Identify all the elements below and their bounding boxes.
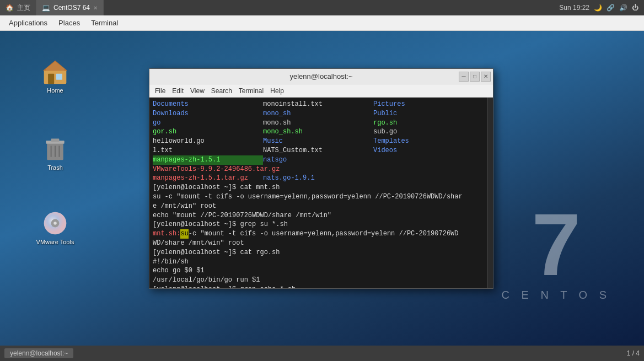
- desktop-icon-trash[interactable]: Trash: [33, 136, 77, 171]
- ls-col2-1: monoinstall.txt: [263, 100, 373, 109]
- trash-icon: [42, 136, 68, 162]
- desktop-icon-vmwaretools[interactable]: VMware Tools: [33, 210, 77, 245]
- cmd-line-1: [yelenn@localhost ~]$ cat mnt.sh: [153, 183, 484, 192]
- taskbar-terminal[interactable]: yelenn@localhost:~: [4, 348, 73, 358]
- clock: Sun 19:22: [559, 4, 589, 12]
- output-text-5: #!/bin/sh: [153, 257, 189, 267]
- centos-tab-close[interactable]: ✕: [93, 5, 98, 11]
- ls-col1-6: l.txt: [153, 146, 263, 155]
- menu-terminal[interactable]: Terminal: [235, 87, 267, 95]
- taskbar-pager: 1 / 4: [627, 349, 640, 357]
- centos-text: C E N T O S: [502, 289, 611, 301]
- grep-line-1: mnt.sh:su -c "mount -t cifs -o username=…: [153, 229, 484, 239]
- ls-col2-3: mono.sh: [263, 118, 373, 128]
- ls-col1-8: manpages-zh-1.5.1.tar.gz: [153, 174, 263, 183]
- ls-col3-2: Public: [373, 109, 461, 118]
- output-3: echo "mount //PC-20190726WDWD/share /mnt…: [153, 211, 484, 220]
- ls-col3-4: sub.go: [373, 127, 461, 137]
- ls-col3-7: VMwareTools-9.9.2-2496486.tar.gz: [153, 165, 280, 174]
- power-icon[interactable]: ⏻: [632, 4, 638, 12]
- terminal-window: yelenn@localhost:~ ─ □ ✕ File Edit View …: [149, 68, 493, 289]
- svg-rect-7: [51, 139, 60, 142]
- output-text-6: echo go $0 $1: [153, 266, 205, 276]
- ls-col2-8: nats.go-1.9.1: [263, 174, 373, 183]
- output-text-1: su -c "mount -t cifs -o username=yelenn,…: [153, 192, 463, 202]
- ls-col3-6: Videos: [373, 146, 461, 155]
- taskbar: yelenn@localhost:~ 1 / 4: [0, 346, 644, 361]
- ls-row-2: Downloads mono_sh Public: [153, 109, 484, 118]
- terminal-title: yelenn@localhost:~: [154, 72, 489, 80]
- ls-col2-7: natsgo: [263, 155, 373, 165]
- menu-search[interactable]: Search: [208, 87, 235, 95]
- cmd-text-3: [yelenn@localhost ~]$ cat rgo.sh: [153, 248, 280, 257]
- ls-col1-1: Documents: [153, 100, 263, 109]
- output-6: echo go $0 $1: [153, 266, 484, 276]
- ls-col1-7: manpages-zh-1.5.1: [153, 155, 263, 165]
- menu-help[interactable]: Help: [267, 87, 287, 95]
- ls-row-4: gor.sh mono_sh.sh sub.go: [153, 127, 484, 137]
- home-tab-icon: 🏠: [6, 4, 14, 12]
- output-5: #!/bin/sh: [153, 257, 484, 267]
- ls-col1-5: helloworld.go: [153, 137, 263, 146]
- ls-col2-5: Music: [263, 137, 373, 146]
- tab-home[interactable]: 🏠 主页: [0, 0, 36, 15]
- menu-applications[interactable]: Applications: [4, 18, 52, 28]
- output-text-3: echo "mount //PC-20190726WDWD/share /mnt…: [153, 211, 331, 220]
- terminal-body[interactable]: Documents monoinstall.txt Pictures Downl…: [149, 98, 487, 288]
- home-icon-label: Home: [47, 87, 63, 94]
- menu-edit[interactable]: Edit: [169, 87, 187, 95]
- menu-places[interactable]: Places: [54, 18, 84, 28]
- tab-centos[interactable]: 💻 CentOS7 64 ✕: [36, 0, 104, 15]
- terminal-content[interactable]: Documents monoinstall.txt Pictures Downl…: [149, 98, 493, 288]
- vmwaretools-icon-label: VMware Tools: [36, 239, 74, 245]
- cmd-text-4: [yelenn@localhost ~]$ grep echo *.sh: [153, 285, 296, 288]
- cmd-line-4: [yelenn@localhost ~]$ grep echo *.sh: [153, 285, 484, 288]
- ls-col3-1: Pictures: [373, 100, 461, 109]
- ls-row-7: manpages-zh-1.5.1 natsgo VMwareTools-9.9…: [153, 155, 484, 174]
- svg-rect-0: [44, 69, 67, 84]
- ls-col2-4: mono_sh.sh: [263, 127, 373, 137]
- maximize-button[interactable]: □: [470, 72, 480, 82]
- grep-rest-1: -c "mount -t cifs -o username=yelenn,pas…: [189, 229, 459, 239]
- minimize-button[interactable]: ─: [459, 72, 469, 82]
- menu-file[interactable]: File: [152, 87, 169, 95]
- ls-row-3: go mono.sh rgo.sh: [153, 118, 484, 128]
- output-text-4: WD/share /mnt/win" root: [153, 239, 244, 248]
- svg-point-14: [53, 222, 57, 225]
- output-7: /usr/local/go/bin/go run $1: [153, 276, 484, 285]
- centos-tab-icon: 💻: [42, 4, 50, 12]
- menu-terminal[interactable]: Terminal: [87, 18, 122, 28]
- output-1: su -c "mount -t cifs -o username=yelenn,…: [153, 192, 484, 202]
- home-icon: [42, 58, 68, 85]
- desktop: Home Trash: [0, 31, 644, 346]
- output-text-7: /usr/local/go/bin/go run $1: [153, 276, 260, 285]
- centos-number: 7: [532, 201, 581, 289]
- moon-icon[interactable]: 🌙: [594, 4, 602, 12]
- home-tab-label: 主页: [17, 3, 30, 13]
- terminal-scrollbar[interactable]: [487, 98, 493, 288]
- ls-col1-3: go: [153, 118, 263, 128]
- ls-col1-2: Downloads: [153, 109, 263, 118]
- ls-row-5: helloworld.go Music Templates: [153, 137, 484, 146]
- ls-col1-4: gor.sh: [153, 127, 263, 137]
- volume-icon[interactable]: 🔊: [619, 4, 627, 12]
- cmd-line-2: [yelenn@localhost ~]$ grep su *.sh: [153, 220, 484, 229]
- menu-view[interactable]: View: [187, 87, 208, 95]
- desktop-icon-home[interactable]: Home: [33, 58, 77, 94]
- cmd-text-2: [yelenn@localhost ~]$ grep su *.sh: [153, 220, 288, 229]
- network-icon[interactable]: 🔗: [607, 4, 615, 12]
- tab-bar: 🏠 主页 💻 CentOS7 64 ✕: [0, 0, 554, 15]
- ls-col3-5: Templates: [373, 137, 461, 146]
- grep-keyword-1: su: [180, 229, 188, 239]
- window-controls: ─ □ ✕: [459, 72, 491, 82]
- terminal-menu: File Edit View Search Terminal Help: [149, 84, 493, 98]
- close-button[interactable]: ✕: [481, 72, 491, 82]
- ls-col3-3: rgo.sh: [373, 118, 461, 128]
- ls-row-1: Documents monoinstall.txt Pictures: [153, 100, 484, 109]
- cmd-text-1: [yelenn@localhost ~]$ cat mnt.sh: [153, 183, 280, 192]
- centos-logo: 7 C E N T O S: [502, 201, 611, 301]
- trash-icon-label: Trash: [47, 164, 63, 171]
- cd-icon: [42, 210, 68, 236]
- menu-bar: Applications Places Terminal: [0, 15, 644, 31]
- terminal-titlebar: yelenn@localhost:~ ─ □ ✕: [149, 69, 493, 84]
